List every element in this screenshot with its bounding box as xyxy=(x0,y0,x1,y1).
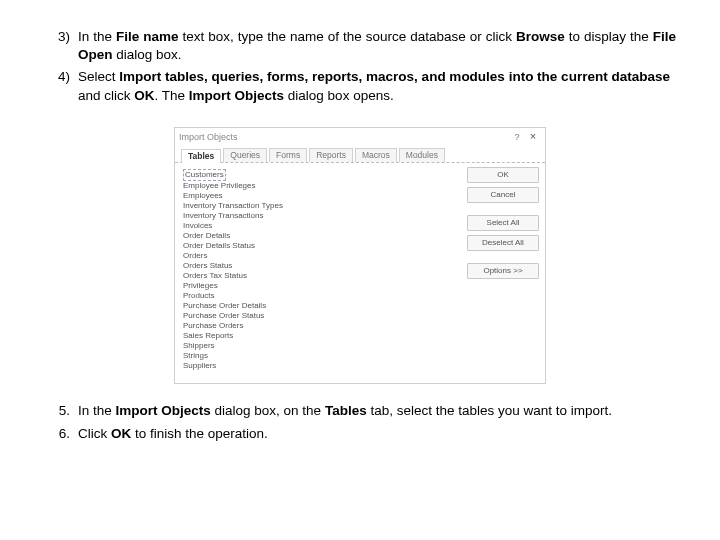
tab-strip: Tables Queries Forms Reports Macros Modu… xyxy=(175,146,545,163)
dialog-screenshot: Import Objects ? × Tables Queries Forms … xyxy=(174,127,544,384)
step-marker: 3) xyxy=(44,28,70,46)
tab-queries[interactable]: Queries xyxy=(223,148,267,162)
tab-macros[interactable]: Macros xyxy=(355,148,397,162)
text: In the xyxy=(78,403,116,418)
deselect-all-button[interactable]: Deselect All xyxy=(467,235,539,251)
step-5: 5. In the Import Objects dialog box, on … xyxy=(44,402,676,420)
list-item[interactable]: Strings xyxy=(183,351,459,361)
ok-button[interactable]: OK xyxy=(467,167,539,183)
list-item[interactable]: Orders Status xyxy=(183,261,459,271)
text: text box, type the name of the source da… xyxy=(179,29,516,44)
list-item[interactable]: Suppliers xyxy=(183,361,459,371)
step-marker: 6. xyxy=(44,425,70,443)
tab-modules[interactable]: Modules xyxy=(399,148,445,162)
text: to finish the operation. xyxy=(131,426,268,441)
options-button[interactable]: Options >> xyxy=(467,263,539,279)
instruction-list-dot: 5. In the Import Objects dialog box, on … xyxy=(44,402,676,442)
cancel-button[interactable]: Cancel xyxy=(467,187,539,203)
text: dialog box, on the xyxy=(211,403,325,418)
list-item[interactable]: Shippers xyxy=(183,341,459,351)
list-item[interactable]: Invoices xyxy=(183,221,459,231)
text: . The xyxy=(155,88,189,103)
page: 3) In the File name text box, type the n… xyxy=(0,0,720,467)
step-4: 4) Select Import tables, queries, forms,… xyxy=(44,68,676,104)
list-item[interactable]: Purchase Order Status xyxy=(183,311,459,321)
list-item[interactable]: Order Details xyxy=(183,231,459,241)
step-3: 3) In the File name text box, type the n… xyxy=(44,28,676,64)
list-item[interactable]: Purchase Order Details xyxy=(183,301,459,311)
tab-tables[interactable]: Tables xyxy=(181,149,221,163)
bold: File name xyxy=(116,29,179,44)
text: to display the xyxy=(565,29,653,44)
dialog-buttons: OK Cancel Select All Deselect All Option… xyxy=(461,167,539,373)
instruction-list-paren: 3) In the File name text box, type the n… xyxy=(44,28,676,105)
bold: OK xyxy=(134,88,154,103)
list-item[interactable]: Orders xyxy=(183,251,459,261)
text: Select xyxy=(78,69,119,84)
step-6: 6. Click OK to finish the operation. xyxy=(44,425,676,443)
bold: OK xyxy=(111,426,131,441)
list-item[interactable]: Purchase Orders xyxy=(183,321,459,331)
list-item[interactable]: Inventory Transactions xyxy=(183,211,459,221)
list-item[interactable]: Sales Reports xyxy=(183,331,459,341)
text: Click xyxy=(78,426,111,441)
select-all-button[interactable]: Select All xyxy=(467,215,539,231)
tab-forms[interactable]: Forms xyxy=(269,148,307,162)
text: and click xyxy=(78,88,134,103)
list-item[interactable]: Order Details Status xyxy=(183,241,459,251)
list-item[interactable]: Employee Privileges xyxy=(183,181,459,191)
tab-reports[interactable]: Reports xyxy=(309,148,353,162)
list-item[interactable]: Inventory Transaction Types xyxy=(183,201,459,211)
list-item[interactable]: Employees xyxy=(183,191,459,201)
import-objects-dialog: Import Objects ? × Tables Queries Forms … xyxy=(174,127,546,384)
text: dialog box opens. xyxy=(284,88,394,103)
step-marker: 4) xyxy=(44,68,70,86)
help-icon[interactable]: ? xyxy=(509,131,525,143)
text: In the xyxy=(78,29,116,44)
dialog-body: Customers Employee Privileges Employees … xyxy=(175,163,545,383)
bold: Browse xyxy=(516,29,565,44)
list-item[interactable]: Customers xyxy=(183,169,226,181)
dialog-title: Import Objects xyxy=(179,131,509,143)
step-marker: 5. xyxy=(44,402,70,420)
list-item[interactable]: Privileges xyxy=(183,281,459,291)
bold: Import Objects xyxy=(189,88,284,103)
close-icon[interactable]: × xyxy=(525,129,541,144)
bold: Tables xyxy=(325,403,367,418)
bold: Import tables, queries, forms, reports, … xyxy=(119,69,670,84)
text: tab, select the tables you want to impor… xyxy=(367,403,612,418)
tables-list[interactable]: Customers Employee Privileges Employees … xyxy=(181,167,461,373)
list-item[interactable]: Products xyxy=(183,291,459,301)
titlebar: Import Objects ? × xyxy=(175,128,545,146)
list-item[interactable]: Orders Tax Status xyxy=(183,271,459,281)
bold: Import Objects xyxy=(116,403,211,418)
text: dialog box. xyxy=(113,47,182,62)
